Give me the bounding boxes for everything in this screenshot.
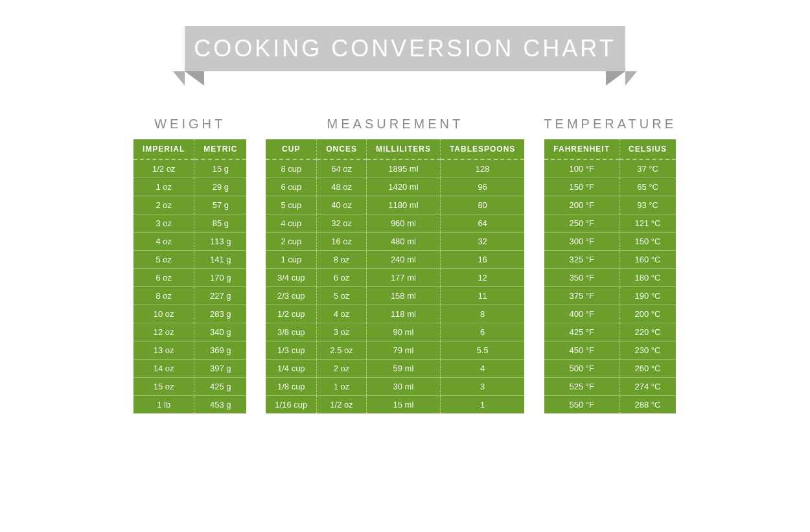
table-cell: 59 ml xyxy=(366,360,440,378)
table-cell: 425 g xyxy=(194,378,247,396)
measurement-section: MEASUREMENT CUPONCESMILLILITERSTABLESPOO… xyxy=(266,117,524,413)
table-row: 8 oz227 g xyxy=(133,287,246,305)
table-cell: 240 ml xyxy=(366,251,440,269)
table-cell: 350 °F xyxy=(544,269,619,287)
table-cell: 369 g xyxy=(194,341,247,360)
table-cell: 525 °F xyxy=(544,378,619,396)
table-cell: 8 oz xyxy=(317,251,367,269)
weight-section-title: WEIGHT xyxy=(154,117,226,132)
table-row: 3/8 cup3 oz90 ml6 xyxy=(266,323,524,341)
table-cell: 11 xyxy=(440,287,524,305)
table-cell: 15 g xyxy=(194,159,247,178)
table-cell: 57 g xyxy=(194,196,247,214)
table-cell: 14 oz xyxy=(133,360,194,378)
table-row: 300 °F150 °C xyxy=(544,233,676,251)
table-cell: 5.5 xyxy=(440,341,524,360)
table-cell: 1 oz xyxy=(133,178,194,196)
table-cell: 1180 ml xyxy=(366,196,440,214)
table-cell: 15 ml xyxy=(366,396,440,414)
table-cell: 960 ml xyxy=(366,214,440,233)
table-row: 1/16 cup1/2 oz15 ml1 xyxy=(266,396,524,414)
table-cell: 1/8 cup xyxy=(266,378,316,396)
table-cell: 550 °F xyxy=(544,396,619,414)
table-row: 10 oz283 g xyxy=(133,305,246,323)
table-cell: 4 cup xyxy=(266,214,316,233)
banner-title: COOKING CONVERSION CHART xyxy=(194,35,616,62)
table-row: 200 °F93 °C xyxy=(544,196,676,214)
table-cell: 118 ml xyxy=(366,305,440,323)
weight-section: WEIGHT IMPERIALMETRIC 1/2 oz15 g1 oz29 g… xyxy=(133,117,246,413)
temperature-col-header: FAHRENHEIT xyxy=(544,139,619,159)
table-cell: 128 xyxy=(440,159,524,178)
table-cell: 29 g xyxy=(194,178,247,196)
table-row: 6 cup48 oz1420 ml96 xyxy=(266,178,524,196)
table-cell: 230 °C xyxy=(619,341,677,360)
table-cell: 200 °C xyxy=(619,305,677,323)
weight-col-header: IMPERIAL xyxy=(133,139,194,159)
table-row: 550 °F288 °C xyxy=(544,396,676,414)
banner: COOKING CONVERSION CHART xyxy=(178,13,632,84)
table-cell: 121 °C xyxy=(619,214,677,233)
table-cell: 1 cup xyxy=(266,251,316,269)
table-cell: 190 °C xyxy=(619,287,677,305)
measurement-col-header: MILLILITERS xyxy=(366,139,440,159)
table-cell: 1/2 oz xyxy=(133,159,194,178)
table-cell: 12 xyxy=(440,269,524,287)
table-cell: 12 oz xyxy=(133,323,194,341)
table-cell: 37 °C xyxy=(619,159,677,178)
table-row: 375 °F190 °C xyxy=(544,287,676,305)
table-cell: 425 °F xyxy=(544,323,619,341)
measurement-col-header: TABLESPOONS xyxy=(440,139,524,159)
temperature-col-header: CELSIUS xyxy=(619,139,677,159)
table-cell: 100 °F xyxy=(544,159,619,178)
table-cell: 5 oz xyxy=(133,251,194,269)
table-cell: 1/3 cup xyxy=(266,341,316,360)
table-cell: 325 °F xyxy=(544,251,619,269)
table-cell: 3/4 cup xyxy=(266,269,316,287)
table-cell: 79 ml xyxy=(366,341,440,360)
table-row: 4 cup32 oz960 ml64 xyxy=(266,214,524,233)
table-cell: 274 °C xyxy=(619,378,677,396)
table-row: 1/8 cup1 oz30 ml3 xyxy=(266,378,524,396)
table-row: 14 oz397 g xyxy=(133,360,246,378)
table-row: 2 oz57 g xyxy=(133,196,246,214)
table-cell: 64 oz xyxy=(317,159,367,178)
table-cell: 500 °F xyxy=(544,360,619,378)
table-row: 6 oz170 g xyxy=(133,269,246,287)
table-cell: 16 xyxy=(440,251,524,269)
table-cell: 113 g xyxy=(194,233,247,251)
table-cell: 85 g xyxy=(194,214,247,233)
table-cell: 1420 ml xyxy=(366,178,440,196)
table-row: 400 °F200 °C xyxy=(544,305,676,323)
table-cell: 4 xyxy=(440,360,524,378)
table-cell: 65 °C xyxy=(619,178,677,196)
table-cell: 1/2 cup xyxy=(266,305,316,323)
table-cell: 8 oz xyxy=(133,287,194,305)
table-cell: 300 °F xyxy=(544,233,619,251)
table-cell: 400 °F xyxy=(544,305,619,323)
table-cell: 93 °C xyxy=(619,196,677,214)
table-row: 1 lb453 g xyxy=(133,396,246,414)
table-cell: 283 g xyxy=(194,305,247,323)
table-cell: 150 °C xyxy=(619,233,677,251)
table-row: 4 oz113 g xyxy=(133,233,246,251)
table-row: 1/2 oz15 g xyxy=(133,159,246,178)
table-cell: 32 oz xyxy=(317,214,367,233)
table-cell: 288 °C xyxy=(619,396,677,414)
table-row: 500 °F260 °C xyxy=(544,360,676,378)
banner-ribbon: COOKING CONVERSION CHART xyxy=(185,26,625,71)
table-cell: 1 lb xyxy=(133,396,194,414)
table-cell: 8 xyxy=(440,305,524,323)
table-cell: 1 oz xyxy=(317,378,367,396)
table-cell: 6 oz xyxy=(317,269,367,287)
table-cell: 340 g xyxy=(194,323,247,341)
table-row: 250 °F121 °C xyxy=(544,214,676,233)
table-cell: 180 °C xyxy=(619,269,677,287)
table-cell: 453 g xyxy=(194,396,247,414)
table-cell: 90 ml xyxy=(366,323,440,341)
table-row: 100 °F37 °C xyxy=(544,159,676,178)
temperature-section-title: TEMPERATURE xyxy=(544,117,677,132)
table-cell: 150 °F xyxy=(544,178,619,196)
table-cell: 2 oz xyxy=(317,360,367,378)
table-cell: 3 oz xyxy=(317,323,367,341)
